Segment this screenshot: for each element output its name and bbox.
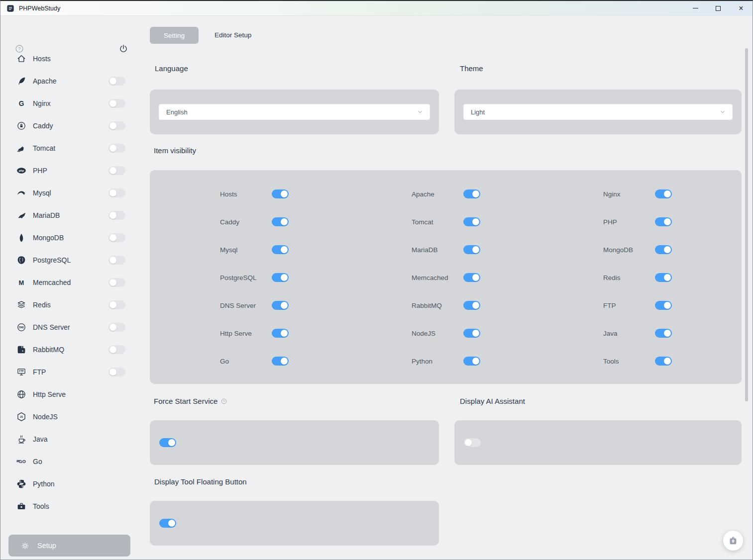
- visibility-row-python: Python: [341, 347, 533, 375]
- nodejs-hexagon-icon: [16, 412, 26, 422]
- mysql-toggle[interactable]: [108, 188, 125, 197]
- visibility-toggle-apache[interactable]: [463, 189, 480, 198]
- ftp-toggle[interactable]: [108, 368, 125, 376]
- sidebar-item-dns-server[interactable]: DNS Server: [8, 316, 130, 338]
- nginx-toggle[interactable]: [108, 99, 125, 108]
- language-select[interactable]: English: [159, 104, 430, 120]
- visibility-toggle-php[interactable]: [655, 217, 672, 226]
- visibility-row-tools: Tools: [533, 347, 742, 375]
- visibility-toggle-go[interactable]: [272, 357, 289, 366]
- sidebar-item-label: Tomcat: [33, 144, 55, 152]
- sidebar-item-apache[interactable]: Apache: [8, 70, 130, 92]
- close-button[interactable]: ×: [730, 1, 753, 15]
- visibility-label: DNS Server: [220, 302, 272, 309]
- language-card: English: [150, 90, 439, 134]
- sidebar-item-tools[interactable]: Tools: [8, 495, 130, 517]
- visibility-toggle-mysql[interactable]: [272, 245, 289, 254]
- sidebar-item-rabbitmq[interactable]: RabbitMQ: [8, 338, 130, 361]
- sidebar-item-label: PHP: [33, 167, 47, 175]
- minimize-icon: [693, 8, 698, 8]
- php-toggle[interactable]: [108, 166, 125, 175]
- visibility-row-go: Go: [150, 347, 341, 375]
- visibility-toggle-rabbitmq[interactable]: [463, 301, 480, 310]
- sidebar-item-tomcat[interactable]: Tomcat: [8, 137, 130, 159]
- sidebar-item-mongodb[interactable]: MongoDB: [8, 226, 130, 249]
- postgresql-toggle[interactable]: [108, 256, 125, 265]
- sidebar-item-mysql[interactable]: Mysql: [8, 182, 130, 204]
- visibility-toggle-caddy[interactable]: [272, 217, 289, 226]
- sidebar-item-redis[interactable]: Redis: [8, 293, 130, 316]
- visibility-toggle-mongodb[interactable]: [655, 245, 672, 254]
- sidebar-item-go[interactable]: Go: [8, 450, 130, 472]
- display-tool-floating-button-toggle[interactable]: [159, 519, 176, 528]
- minimize-button[interactable]: [684, 1, 707, 15]
- language-heading: Language: [155, 64, 188, 73]
- sidebar-item-hosts[interactable]: Hosts: [8, 47, 130, 70]
- redis-toggle[interactable]: [108, 300, 125, 309]
- visibility-toggle-http-serve[interactable]: [272, 329, 289, 338]
- sidebar-item-java[interactable]: Java: [8, 428, 130, 450]
- maximize-icon: [716, 6, 721, 11]
- visibility-toggle-tomcat[interactable]: [463, 217, 480, 226]
- maximize-button[interactable]: [707, 1, 730, 15]
- tab-setting[interactable]: Setting: [150, 27, 199, 44]
- visibility-toggle-ftp[interactable]: [655, 301, 672, 310]
- sidebar-item-label: RabbitMQ: [33, 346, 64, 354]
- go-icon: [16, 457, 26, 467]
- visibility-toggle-nginx[interactable]: [655, 189, 672, 198]
- sidebar-item-http-serve[interactable]: Http Serve: [8, 383, 130, 405]
- sidebar-item-postgresql[interactable]: PostgreSQL: [8, 249, 130, 271]
- visibility-row-rabbitmq: RabbitMQ: [341, 291, 533, 319]
- circle-question-icon[interactable]: [220, 398, 227, 405]
- visibility-row-apache: Apache: [341, 180, 533, 208]
- visibility-toggle-dns-server[interactable]: [272, 301, 289, 310]
- window-title: PHPWebStudy: [19, 5, 60, 12]
- tool-floating-button[interactable]: [723, 531, 743, 551]
- sidebar-item-caddy[interactable]: Caddy: [8, 114, 130, 137]
- sidebar-item-mariadb[interactable]: MariaDB: [8, 204, 130, 226]
- tomcat-toggle[interactable]: [108, 144, 125, 153]
- tab-editor-setup[interactable]: Editor Setup: [215, 30, 251, 40]
- sidebar-item-label: MongoDB: [33, 234, 64, 242]
- sidebar-item-ftp[interactable]: FTP: [8, 361, 130, 383]
- visibility-label: Tools: [603, 358, 655, 365]
- home-icon: [16, 54, 26, 64]
- sidebar-item-label: Nginx: [33, 99, 51, 107]
- mariadb-toggle[interactable]: [108, 211, 125, 220]
- visibility-toggle-hosts[interactable]: [272, 189, 289, 198]
- sidebar-item-memcached[interactable]: Memcached: [8, 271, 130, 293]
- sidebar-item-label: Python: [33, 480, 55, 488]
- visibility-toggle-memcached[interactable]: [463, 273, 480, 282]
- visibility-toggle-nodejs[interactable]: [463, 329, 480, 338]
- visibility-toggle-python[interactable]: [463, 357, 480, 366]
- sidebar-item-setup[interactable]: Setup: [8, 535, 130, 557]
- apache-toggle[interactable]: [108, 77, 125, 86]
- visibility-label: Nginx: [603, 190, 655, 198]
- sidebar-item-php[interactable]: PHP: [8, 159, 130, 182]
- visibility-toggle-tools[interactable]: [655, 357, 672, 366]
- visibility-toggle-java[interactable]: [655, 329, 672, 338]
- dns-server-toggle[interactable]: [108, 323, 125, 332]
- caddy-toggle[interactable]: [108, 121, 125, 130]
- visibility-toggle-postgresql[interactable]: [272, 273, 289, 282]
- force-start-service-toggle[interactable]: [159, 438, 176, 447]
- display-ai-assistant-toggle[interactable]: [464, 438, 481, 447]
- visibility-toggle-redis[interactable]: [655, 273, 672, 282]
- mariadb-seal-icon: [16, 210, 26, 220]
- visibility-label: Hosts: [220, 190, 272, 198]
- scrollbar-thumb[interactable]: [745, 48, 748, 401]
- mongodb-toggle[interactable]: [108, 233, 125, 242]
- visibility-toggle-mariadb[interactable]: [463, 245, 480, 254]
- setup-label: Setup: [37, 542, 56, 550]
- force-start-service-heading: Force Start Service: [154, 397, 227, 405]
- rabbitmq-toggle[interactable]: [108, 345, 125, 354]
- sidebar-item-nodejs[interactable]: NodeJS: [8, 405, 130, 428]
- sidebar-item-python[interactable]: Python: [8, 472, 130, 495]
- sidebar-item-label: Java: [33, 435, 48, 443]
- sidebar-item-nginx[interactable]: Nginx: [8, 92, 130, 114]
- feather-icon: [16, 76, 26, 86]
- theme-select[interactable]: Light: [463, 104, 733, 120]
- memcached-toggle[interactable]: [108, 278, 125, 287]
- app-logo-icon: [6, 4, 14, 12]
- python-icon: [16, 479, 26, 489]
